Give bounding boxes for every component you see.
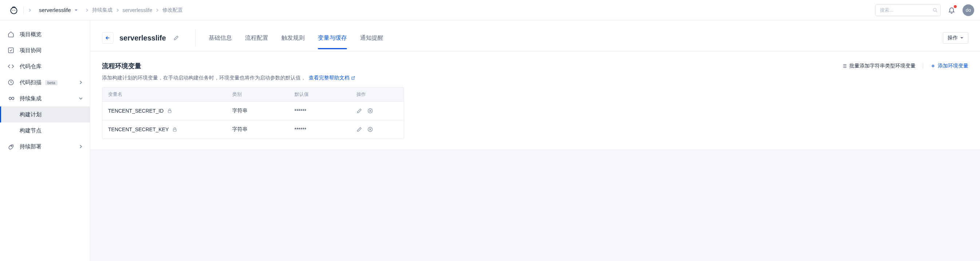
add-env-label: 添加环境变量 [938,63,968,69]
check-square-icon [7,47,14,54]
page-title: serverlesslife [119,34,166,42]
infinity-icon [7,95,14,102]
edit-title-button[interactable] [173,35,179,41]
help-doc-link[interactable]: 查看完整帮助文档 [309,75,355,81]
search-box [875,4,941,16]
var-name: TENCENT_SECRET_ID [108,108,164,114]
lock-icon [172,127,177,132]
var-type: 字符串 [232,126,294,133]
plus-icon [931,63,935,69]
sidebar-item-label: 代码仓库 [20,63,83,70]
notifications-button[interactable] [947,5,957,15]
code-icon [7,63,14,70]
delete-row-button[interactable] [368,126,373,132]
home-icon [7,31,14,38]
sidebar: 项目概览 项目协同 代码仓库 代码扫描 bet [0,21,90,261]
batch-add-label: 批量添加字符串类型环境变量 [849,63,916,69]
lock-icon [167,108,172,114]
svg-rect-4 [8,48,13,53]
sidebar-item-label: 项目协同 [20,47,83,54]
tab-trigger-rules[interactable]: 触发规则 [282,30,305,46]
env-vars-table: 变量名 类别 默认值 操作 TENCENT_SECRET_ID [102,87,404,139]
sidebar-item-repos[interactable]: 代码仓库 [0,58,90,74]
divider [923,63,923,69]
project-selector[interactable]: serverlesslife [36,5,81,14]
table-row: TENCENT_SECRET_ID 字符串 ****** [102,101,404,120]
chevron-right-icon [79,80,83,84]
chevron-right-icon [116,8,119,13]
tab-notifications[interactable]: 通知提醒 [360,30,383,46]
var-type: 字符串 [232,107,294,114]
col-default: 默认值 [294,91,357,98]
breadcrumb-chevron-icon [28,8,32,13]
breadcrumb: 持续集成 serverlesslife 修改配置 [86,7,183,13]
sidebar-item-label: 项目概览 [20,31,83,38]
svg-point-6 [11,146,12,147]
svg-point-0 [11,7,17,13]
var-name: TENCENT_SECRET_KEY [108,126,169,132]
tab-process-config[interactable]: 流程配置 [245,30,268,46]
sidebar-subitem-build-plans[interactable]: 构建计划 [0,106,90,122]
col-type: 类别 [232,91,294,98]
add-env-button[interactable]: 添加环境变量 [931,63,968,69]
external-link-icon [351,76,355,80]
sidebar-item-label: 持续集成 [20,95,74,102]
svg-point-1 [13,10,13,10]
tabbar: 基础信息 流程配置 触发规则 变量与缓存 通知提醒 [195,29,383,46]
avatar[interactable]: do [963,4,974,16]
actions-button[interactable]: 操作 [943,32,968,44]
tab-variables-cache[interactable]: 变量与缓存 [318,30,347,46]
edit-row-button[interactable] [356,108,362,114]
chevron-down-icon [79,97,83,100]
notification-dot-icon [954,5,957,8]
svg-rect-7 [168,110,171,113]
breadcrumb-item[interactable]: serverlesslife [123,7,153,13]
section-title: 流程环境变量 [102,62,141,70]
caret-down-icon [960,36,964,40]
search-input[interactable] [875,4,941,16]
col-name: 变量名 [108,91,232,98]
beta-badge: beta [45,80,57,85]
sidebar-item-collab[interactable]: 项目协同 [0,42,90,58]
svg-rect-9 [173,129,176,131]
back-button[interactable] [102,32,114,44]
table-row: TENCENT_SECRET_KEY 字符串 ****** [102,120,404,139]
sidebar-item-label: 构建计划 [20,111,41,118]
section-description: 添加构建计划的环境变量，在手动启动构建任务时，环境变量也将作为启动参数的默认值，… [102,75,968,81]
chevron-right-icon [79,145,83,148]
edit-row-button[interactable] [356,126,362,132]
chevron-right-icon [86,8,89,13]
breadcrumb-item[interactable]: 修改配置 [162,7,183,13]
var-default: ****** [294,126,357,132]
table-header: 变量名 类别 默认值 操作 [102,88,404,101]
sidebar-item-label: 持续部署 [20,143,74,150]
sidebar-item-cd[interactable]: 持续部署 [0,139,90,155]
project-selector-label: serverlesslife [39,7,71,13]
sidebar-item-label: 代码扫描 beta [20,79,74,86]
list-icon [841,63,847,69]
sidebar-item-scan[interactable]: 代码扫描 beta [0,74,90,90]
rocket-icon [7,143,14,150]
sidebar-item-overview[interactable]: 项目概览 [0,26,90,42]
svg-point-2 [14,10,15,10]
sidebar-item-ci[interactable]: 持续集成 [0,90,90,106]
sidebar-subitem-build-nodes[interactable]: 构建节点 [0,122,90,139]
tab-basic-info[interactable]: 基础信息 [208,30,232,46]
batch-add-env-button[interactable]: 批量添加字符串类型环境变量 [841,63,916,69]
col-ops: 操作 [356,91,398,98]
var-default: ****** [294,108,357,114]
caret-down-icon [74,8,78,13]
scan-icon [7,79,14,86]
divider [23,6,24,14]
chevron-right-icon [156,8,159,13]
sidebar-item-label: 构建节点 [20,127,41,134]
delete-row-button[interactable] [368,108,373,114]
brand-logo[interactable] [9,5,19,15]
actions-button-label: 操作 [948,35,958,41]
breadcrumb-item[interactable]: 持续集成 [92,7,113,13]
